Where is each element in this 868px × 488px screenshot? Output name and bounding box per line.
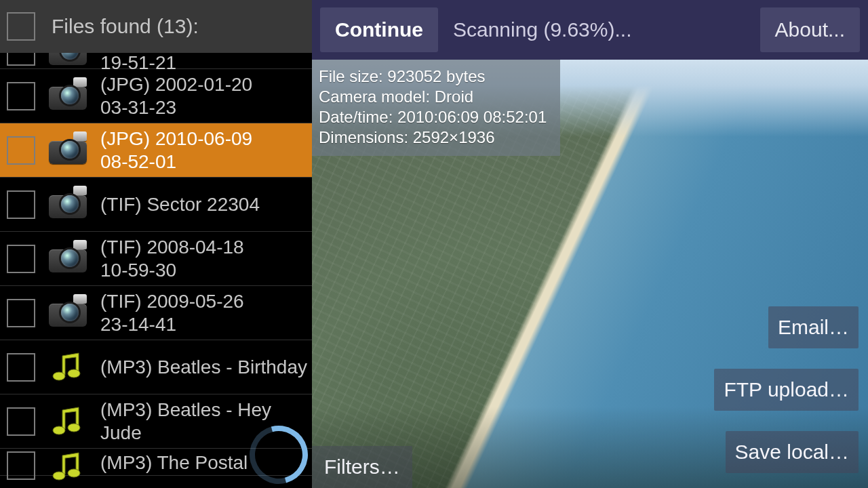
camera-icon: [49, 300, 87, 327]
meta-camera-value: Droid: [435, 87, 473, 106]
file-checkbox[interactable]: [7, 299, 35, 327]
camera-icon: [49, 137, 87, 164]
scan-status-text: Scanning (9.63%)...: [449, 18, 749, 41]
meta-dimensions-label: Dimensions:: [319, 128, 408, 146]
file-checkbox[interactable]: [7, 82, 35, 110]
file-row[interactable]: (JPG) 2002-01-2003-31-23: [0, 69, 312, 123]
meta-datetime-value: 2010:06:09 08:52:01: [397, 108, 547, 126]
svg-point-3: [68, 424, 80, 432]
file-label: (TIF) Sector 22304: [100, 193, 305, 216]
music-note-icon: [49, 352, 87, 383]
image-preview[interactable]: File size: 923052 bytes Camera model: Dr…: [312, 60, 868, 488]
select-all-checkbox[interactable]: [7, 12, 35, 41]
svg-point-5: [68, 469, 80, 477]
file-label: (JPG) 2002-01-2003-31-23: [100, 73, 305, 119]
file-checkbox[interactable]: [7, 190, 35, 219]
file-row[interactable]: (TIF) 2008-04-1810-59-30: [0, 232, 312, 286]
file-row[interactable]: (TIF) Sector 22304: [0, 178, 312, 232]
file-row[interactable]: (JPG) 2010-06-0908-52-01: [0, 123, 312, 178]
file-label: (TIF) 2008-04-1810-59-30: [100, 236, 305, 281]
file-checkbox[interactable]: [7, 245, 35, 273]
camera-icon: [49, 83, 87, 110]
preview-panel: Continue Scanning (9.63%)... About... Fi…: [312, 0, 868, 488]
file-checkbox[interactable]: [7, 353, 35, 382]
meta-dimensions-value: 2592×1936: [413, 128, 495, 146]
ftp-upload-button[interactable]: FTP upload…: [714, 369, 859, 411]
file-checkbox[interactable]: [7, 53, 35, 66]
file-list-panel: Files found (13): (JPG) 2009-12-2519-51-…: [0, 0, 312, 488]
preview-toolbar: Continue Scanning (9.63%)... About...: [312, 0, 868, 60]
file-row[interactable]: (MP3) Beatles - Birthday: [0, 340, 312, 394]
svg-point-1: [68, 369, 80, 378]
svg-point-2: [53, 426, 65, 434]
camera-icon: [49, 191, 87, 218]
file-label: (MP3) Beatles - Birthday: [100, 356, 307, 379]
meta-datetime-label: Date/time:: [319, 108, 393, 126]
filters-button[interactable]: Filters…: [312, 446, 412, 488]
music-note-icon: [49, 451, 87, 483]
camera-icon: [49, 53, 87, 65]
file-list[interactable]: (JPG) 2009-12-2519-51-21(JPG) 2002-01-20…: [0, 53, 312, 488]
file-list-header: Files found (13):: [0, 0, 312, 53]
file-row[interactable]: (TIF) 2009-05-2623-14-41: [0, 286, 312, 340]
svg-point-0: [53, 372, 65, 380]
file-row[interactable]: (JPG) 2009-12-2519-51-21: [0, 53, 312, 69]
email-button[interactable]: Email…: [768, 306, 859, 348]
file-metadata-overlay: File size: 923052 bytes Camera model: Dr…: [312, 60, 560, 156]
file-label: (JPG) 2009-12-2519-51-21: [100, 53, 305, 74]
meta-filesize-value: 923052 bytes: [387, 67, 485, 85]
save-local-button[interactable]: Save local…: [726, 431, 859, 473]
file-checkbox[interactable]: [7, 407, 35, 436]
continue-button[interactable]: Continue: [320, 7, 438, 52]
export-actions: Email… FTP upload… Save local…: [714, 306, 868, 488]
meta-filesize-label: File size:: [319, 67, 383, 85]
camera-icon: [49, 245, 87, 272]
file-label: (TIF) 2009-05-2623-14-41: [100, 290, 305, 336]
file-checkbox[interactable]: [7, 451, 35, 480]
file-label: (JPG) 2010-06-0908-52-01: [100, 127, 305, 173]
meta-camera-label: Camera model:: [319, 87, 430, 106]
music-note-icon: [49, 406, 87, 437]
file-checkbox[interactable]: [7, 136, 35, 165]
about-button[interactable]: About...: [760, 7, 860, 52]
svg-point-4: [53, 472, 65, 480]
files-found-label: Files found (13):: [52, 15, 199, 38]
